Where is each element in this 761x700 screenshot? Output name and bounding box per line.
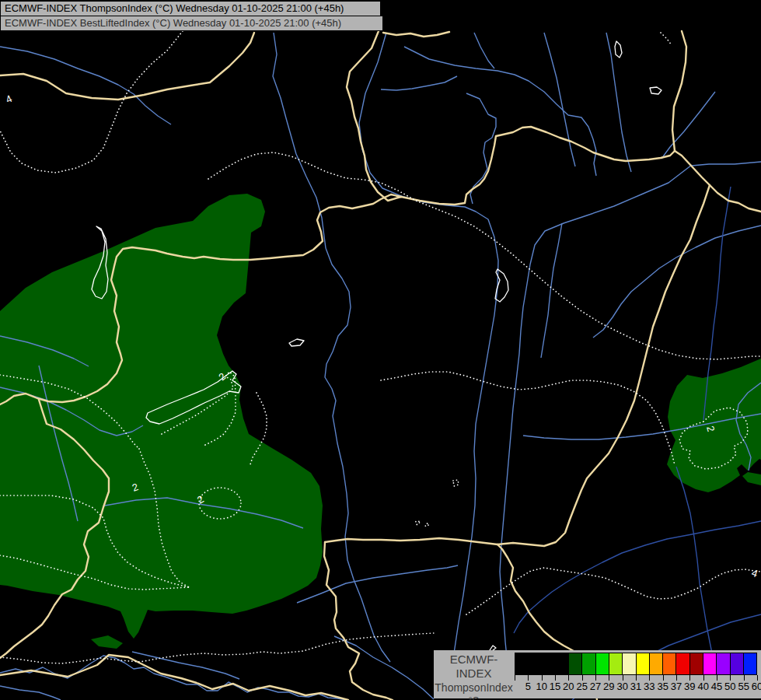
legend-color-box	[717, 653, 730, 674]
legend-tick	[703, 675, 704, 681]
legend-tick	[609, 675, 609, 681]
legend-color-box	[609, 653, 623, 674]
legend-tick	[757, 675, 758, 681]
legend-color-box	[596, 653, 609, 674]
legend-tick	[582, 675, 583, 681]
legend-labels: ECMWF-INDEX ThompsonIndex °C	[434, 653, 514, 700]
legend-model-label: ECMWF-INDEX	[434, 653, 514, 681]
legend-tick	[636, 675, 637, 681]
legend-tick	[717, 675, 717, 681]
legend-color-box	[623, 653, 636, 674]
legend-tick	[555, 675, 556, 681]
legend-tick	[623, 675, 623, 681]
legend-tick-value: 60	[748, 681, 761, 692]
legend-color-box	[569, 653, 582, 674]
legend-colorbar	[515, 653, 757, 675]
legend-tick	[663, 675, 664, 681]
legend-unit-label: °C	[434, 695, 514, 700]
legend-color-box	[556, 653, 569, 674]
legend-color-box	[582, 653, 595, 674]
legend-color-box	[744, 653, 756, 674]
legend-color-box	[663, 653, 676, 674]
legend-tick	[515, 675, 515, 681]
legend-tick	[730, 675, 731, 681]
weather-map-screen: 422224 ECMWF-INDEX ThompsonIndex (°C) We…	[0, 0, 761, 700]
legend-index-label: ThompsonIndex	[434, 681, 514, 695]
title-bar-best-lifted-index: ECMWF-INDEX BestLiftedIndex (°C) Wednesd…	[0, 16, 383, 31]
legend-color-box	[515, 653, 529, 674]
weather-map: 422224	[0, 0, 761, 700]
legend-color-box	[731, 653, 744, 674]
title-bar-thompson-index: ECMWF-INDEX ThompsonIndex (°C) Wednesday…	[0, 1, 381, 16]
legend-color-box	[650, 653, 663, 674]
legend-color-box	[637, 653, 650, 674]
legend-tick	[528, 675, 529, 681]
legend-color-box	[529, 653, 542, 674]
legend-tick	[542, 675, 543, 681]
legend-tick	[744, 675, 745, 681]
legend: ECMWF-INDEX ThompsonIndex °C 51015202527…	[434, 650, 761, 698]
legend-color-box	[543, 653, 556, 674]
legend-color-box	[690, 653, 703, 674]
legend-color-box	[703, 653, 717, 674]
legend-tick	[689, 675, 690, 681]
legend-tick	[568, 675, 569, 681]
legend-tick	[676, 675, 677, 681]
legend-color-box	[676, 653, 689, 674]
legend-tick	[649, 675, 650, 681]
legend-tick	[595, 675, 596, 681]
